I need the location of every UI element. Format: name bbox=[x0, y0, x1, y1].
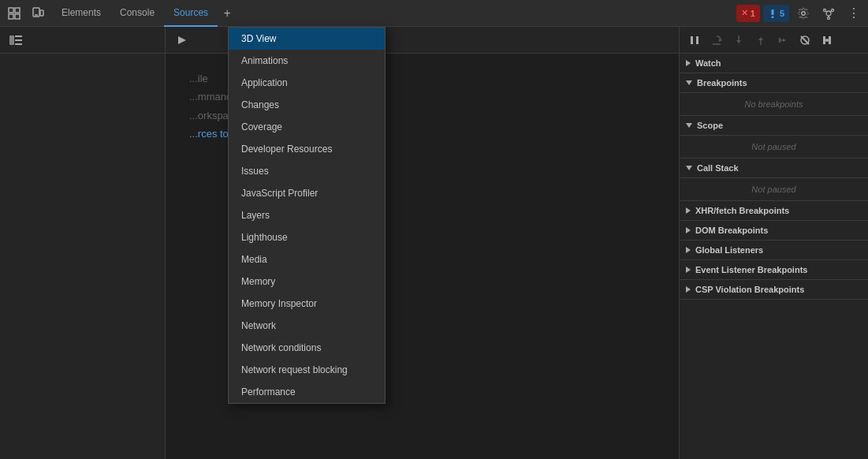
pause-on-exceptions-icon[interactable] bbox=[817, 30, 837, 50]
menu-item-memory-inspector[interactable]: Memory Inspector bbox=[229, 293, 385, 315]
tab-console[interactable]: Console bbox=[110, 0, 164, 27]
section-title-csp_violation_breakpoints: CSP Violation Breakpoints bbox=[695, 285, 804, 294]
add-tab-button[interactable]: + bbox=[218, 4, 237, 23]
section-title-global_listeners: Global Listeners bbox=[695, 245, 763, 255]
main-layout: ...ile ...mmand ...orkspace ...rces tool… bbox=[0, 27, 868, 459]
svg-rect-18 bbox=[15, 39, 22, 41]
svg-point-11 bbox=[832, 9, 834, 11]
inspect-icon[interactable] bbox=[3, 2, 25, 24]
section-header-dom_breakpoints[interactable]: DOM Breakpoints bbox=[680, 221, 868, 241]
svg-point-10 bbox=[824, 9, 826, 11]
top-bar-left bbox=[3, 2, 49, 24]
menu-item-issues[interactable]: Issues bbox=[229, 160, 385, 182]
menu-item-javascript-profiler[interactable]: JavaScript Profiler bbox=[229, 182, 385, 204]
warning-icon bbox=[768, 8, 777, 18]
top-bar-right: ✕ 1 5 bbox=[736, 2, 865, 24]
menu-item-animations[interactable]: Animations bbox=[229, 50, 385, 72]
remote-debug-icon[interactable] bbox=[818, 2, 840, 24]
error-badge[interactable]: ✕ 1 bbox=[736, 5, 760, 22]
svg-point-12 bbox=[828, 17, 830, 19]
section-title-event_listener_breakpoints: Event Listener Breakpoints bbox=[695, 265, 807, 274]
right-panel: WatchBreakpointsNo breakpointsScopeNot p… bbox=[679, 27, 868, 459]
svg-rect-33 bbox=[829, 36, 831, 44]
svg-rect-16 bbox=[9, 35, 14, 45]
menu-item-3d-view[interactable]: 3D View bbox=[229, 28, 385, 50]
svg-rect-5 bbox=[40, 10, 43, 16]
svg-rect-1 bbox=[15, 8, 20, 13]
error-icon: ✕ bbox=[741, 8, 748, 18]
more-options-icon[interactable]: ⋮ bbox=[843, 2, 865, 24]
step-out-icon[interactable] bbox=[751, 30, 771, 50]
menu-item-application[interactable]: Application bbox=[229, 72, 385, 94]
tab-elements[interactable]: Elements bbox=[52, 0, 110, 27]
chevron-right-icon bbox=[686, 267, 691, 273]
menu-item-coverage[interactable]: Coverage bbox=[229, 116, 385, 138]
tab-sources[interactable]: Sources bbox=[164, 0, 218, 27]
menu-item-performance[interactable]: Performance bbox=[229, 381, 385, 403]
svg-rect-22 bbox=[696, 36, 698, 44]
menu-item-memory[interactable]: Memory bbox=[229, 271, 385, 293]
section-title-scope: Scope bbox=[697, 121, 723, 130]
section-title-call_stack: Call Stack bbox=[697, 163, 739, 173]
svg-rect-7 bbox=[771, 9, 773, 15]
svg-marker-20 bbox=[178, 36, 186, 44]
menu-item-network-request-blocking[interactable]: Network request blocking bbox=[229, 359, 385, 381]
section-header-event_listener_breakpoints[interactable]: Event Listener Breakpoints bbox=[680, 260, 868, 280]
svg-rect-17 bbox=[15, 35, 22, 37]
device-toggle-icon[interactable] bbox=[27, 2, 49, 24]
settings-icon[interactable] bbox=[792, 2, 814, 24]
svg-point-34 bbox=[825, 39, 829, 42]
svg-rect-3 bbox=[15, 14, 20, 19]
left-sidebar bbox=[0, 27, 166, 459]
chevron-down-icon bbox=[686, 123, 692, 128]
chevron-down-icon bbox=[686, 166, 692, 170]
menu-item-layers[interactable]: Layers bbox=[229, 204, 385, 226]
section-header-watch[interactable]: Watch bbox=[680, 54, 868, 73]
chevron-right-icon bbox=[686, 247, 691, 253]
menu-item-changes[interactable]: Changes bbox=[229, 94, 385, 116]
svg-rect-19 bbox=[15, 43, 22, 45]
section-header-csp_violation_breakpoints[interactable]: CSP Violation Breakpoints bbox=[680, 280, 868, 300]
section-content-breakpoints: No breakpoints bbox=[680, 93, 868, 116]
top-bar: Elements Console Sources + ✕ 1 5 bbox=[0, 0, 868, 27]
chevron-right-icon bbox=[686, 227, 691, 233]
svg-marker-26 bbox=[736, 40, 741, 43]
svg-marker-28 bbox=[758, 37, 763, 40]
chevron-right-icon bbox=[686, 60, 691, 66]
chevron-right-icon bbox=[686, 286, 691, 293]
svg-rect-0 bbox=[9, 8, 13, 13]
svg-rect-8 bbox=[771, 17, 773, 19]
menu-item-network[interactable]: Network bbox=[229, 315, 385, 337]
svg-rect-2 bbox=[9, 14, 13, 19]
section-header-xhr_breakpoints[interactable]: XHR/fetch Breakpoints bbox=[680, 201, 868, 221]
svg-rect-32 bbox=[823, 36, 825, 44]
deactivate-breakpoints-icon[interactable] bbox=[795, 30, 815, 50]
warning-badge[interactable]: 5 bbox=[763, 5, 789, 22]
section-header-call_stack[interactable]: Call Stack bbox=[680, 159, 868, 178]
step-icon[interactable] bbox=[773, 30, 793, 50]
debugger-toolbar bbox=[680, 27, 868, 54]
right-sections: WatchBreakpointsNo breakpointsScopeNot p… bbox=[680, 54, 868, 300]
menu-item-network-conditions[interactable]: Network conditions bbox=[229, 337, 385, 359]
section-title-dom_breakpoints: DOM Breakpoints bbox=[695, 226, 768, 235]
error-count: 1 bbox=[751, 9, 755, 18]
section-header-global_listeners[interactable]: Global Listeners bbox=[680, 241, 868, 260]
section-header-breakpoints[interactable]: Breakpoints bbox=[680, 73, 868, 93]
step-over-icon[interactable] bbox=[706, 30, 727, 50]
pause-resume-icon[interactable] bbox=[684, 30, 705, 50]
menu-item-developer-resources[interactable]: Developer Resources bbox=[229, 138, 385, 160]
show-navigator-icon[interactable] bbox=[5, 29, 27, 51]
tab-list: Elements Console Sources + bbox=[52, 0, 237, 27]
section-title-xhr_breakpoints: XHR/fetch Breakpoints bbox=[695, 206, 789, 215]
step-into-icon[interactable] bbox=[728, 30, 749, 50]
svg-marker-29 bbox=[783, 39, 786, 42]
chevron-down-icon bbox=[686, 80, 692, 85]
show-sources-icon[interactable] bbox=[172, 30, 192, 50]
warning-count: 5 bbox=[780, 9, 784, 18]
section-title-watch: Watch bbox=[695, 58, 721, 68]
menu-item-lighthouse[interactable]: Lighthouse bbox=[229, 226, 385, 248]
section-title-breakpoints: Breakpoints bbox=[697, 78, 747, 88]
section-header-scope[interactable]: Scope bbox=[680, 116, 868, 136]
menu-item-media[interactable]: Media bbox=[229, 248, 385, 271]
svg-rect-21 bbox=[691, 36, 693, 44]
